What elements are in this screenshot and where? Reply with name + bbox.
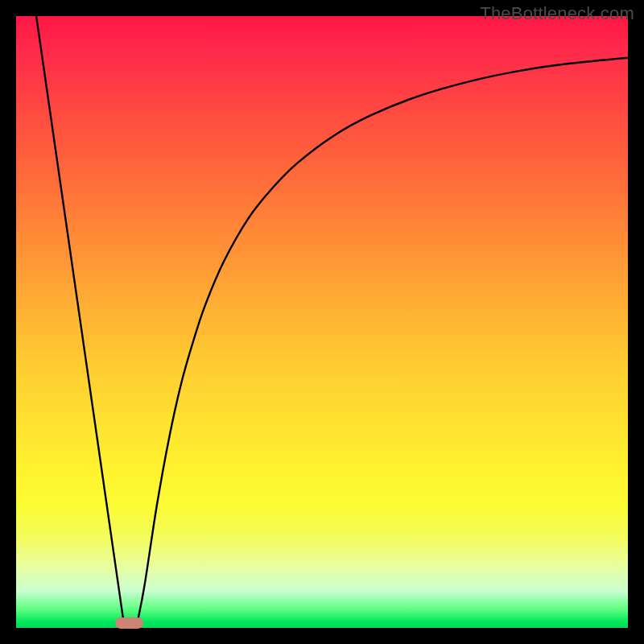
optimal-region-marker <box>115 617 143 629</box>
watermark-text: TheBottleneck.com <box>480 3 634 24</box>
curve-left-branch <box>36 16 124 623</box>
chart-plot-area <box>16 16 628 628</box>
curve-right-branch <box>137 58 628 623</box>
chart-curve-svg <box>16 16 628 628</box>
